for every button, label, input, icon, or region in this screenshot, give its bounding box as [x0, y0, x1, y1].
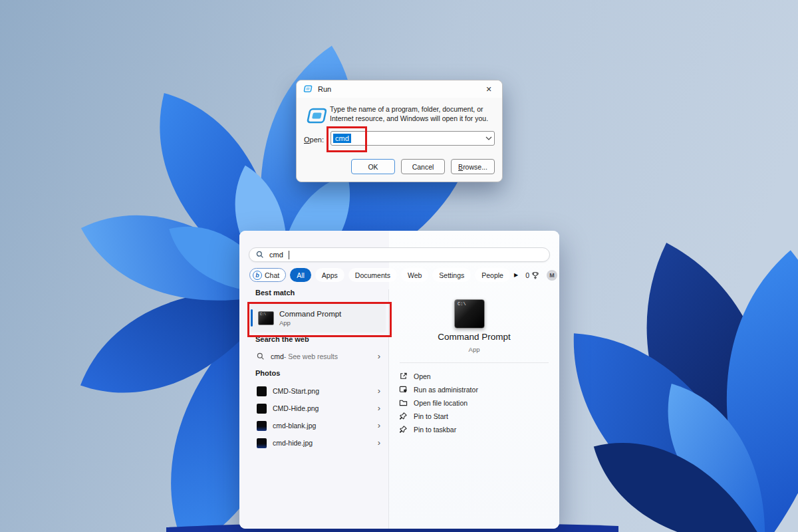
web-suffix: - See web results [284, 352, 338, 360]
photos-header: Photos [255, 369, 280, 377]
run-description: Type the name of a program, folder, docu… [330, 105, 501, 123]
avatar[interactable]: M [547, 270, 557, 281]
tab-chat[interactable]: b Chat [249, 268, 286, 282]
photo-result[interactable]: cmd-blank.jpg › [250, 418, 386, 434]
search-icon [257, 352, 265, 360]
web-search-result[interactable]: cmd - See web results › [250, 348, 386, 364]
tab-web[interactable]: Web [401, 268, 428, 282]
search-icon [256, 251, 264, 259]
photo-result[interactable]: CMD-Hide.png › [250, 400, 386, 416]
tab-documents[interactable]: Documents [348, 268, 397, 282]
divider [400, 362, 549, 363]
chevron-right-icon: › [378, 440, 380, 446]
run-dialog-titlebar: Run ✕ [297, 80, 502, 98]
chevron-right-icon: › [378, 388, 380, 394]
ok-button[interactable]: OK [351, 159, 395, 174]
open-external-icon [399, 372, 408, 380]
image-thumbnail-icon [257, 386, 267, 396]
web-query: cmd [271, 352, 284, 360]
action-pin-to-taskbar[interactable]: Pin to taskbar [399, 424, 549, 435]
pin-icon [399, 412, 408, 420]
image-thumbnail-icon [257, 421, 267, 431]
best-match-header: Best match [255, 289, 295, 297]
preview-app-subtitle: App [389, 346, 559, 353]
chevron-down-icon[interactable] [485, 136, 492, 140]
annotation-highlight-best-match [247, 302, 392, 337]
run-dialog-title: Run [318, 85, 331, 93]
chevron-right-icon: › [378, 422, 380, 429]
close-icon[interactable]: ✕ [482, 83, 495, 95]
annotation-highlight-run-input [327, 126, 367, 152]
rewards-count: 0 [525, 271, 529, 279]
search-filter-bar: b Chat All Apps Documents Web Settings P… [249, 268, 551, 282]
action-open[interactable]: Open [399, 370, 549, 382]
pin-icon [399, 425, 408, 434]
photo-result[interactable]: CMD-Start.png › [250, 383, 386, 399]
cancel-button[interactable]: Cancel [401, 159, 445, 174]
desktop: Run ✕ Type the name of a program, folder… [0, 0, 798, 532]
action-pin-to-start[interactable]: Pin to Start [399, 410, 549, 422]
action-open-file-location[interactable]: Open file location [399, 397, 549, 408]
admin-shield-icon [399, 385, 408, 394]
action-run-as-administrator[interactable]: Run as administrator [399, 384, 549, 395]
image-thumbnail-icon [257, 438, 267, 448]
chevron-right-icon: › [378, 405, 380, 412]
rewards-counter[interactable]: 0 [525, 271, 539, 279]
run-icon [305, 108, 327, 124]
trophy-icon [531, 271, 539, 279]
tab-people[interactable]: People [475, 268, 510, 282]
chevron-right-icon: › [378, 353, 380, 360]
more-filters-icon[interactable]: ▶ [514, 272, 518, 278]
bing-icon: b [253, 271, 262, 280]
text-caret [289, 251, 289, 259]
preview-app-title: Command Prompt [389, 332, 559, 342]
open-label: Open: [304, 136, 324, 144]
search-flyout-panel: cmd b Chat All Apps Documents Web Settin… [239, 231, 559, 529]
browse-button[interactable]: Browse... [451, 159, 495, 174]
photo-result[interactable]: cmd-hide.jpg › [250, 435, 386, 451]
image-thumbnail-icon [257, 404, 267, 414]
command-prompt-icon-large: C:\ [454, 299, 485, 329]
run-window-icon [303, 85, 313, 93]
search-query-text: cmd [269, 251, 283, 259]
tab-apps[interactable]: Apps [315, 268, 344, 282]
tab-settings[interactable]: Settings [432, 268, 471, 282]
tab-all[interactable]: All [290, 268, 311, 282]
chat-label: Chat [265, 271, 279, 279]
folder-icon [399, 398, 408, 407]
search-input[interactable]: cmd [249, 247, 550, 262]
